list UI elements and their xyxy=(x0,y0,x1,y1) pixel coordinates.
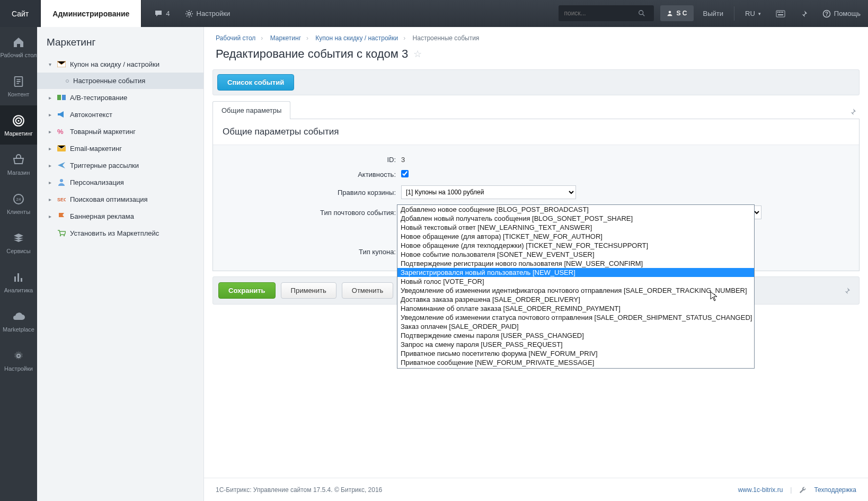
lang-label: RU xyxy=(745,10,755,17)
rail-shop[interactable]: Магазин xyxy=(0,145,37,184)
megaphone-icon xyxy=(57,110,66,119)
apply-button[interactable]: Применить xyxy=(281,282,336,299)
tree-node-ab[interactable]: ▸A/B-тестирование xyxy=(37,89,203,106)
footer-site-link[interactable]: www.1c-bitrix.ru xyxy=(738,486,783,494)
search-input[interactable] xyxy=(564,10,638,17)
user-pill[interactable]: S C xyxy=(660,5,693,21)
person-icon xyxy=(57,178,66,186)
rule-label: Правило корзины: xyxy=(218,189,401,196)
listbox-option[interactable]: Напоминание об оплате заказа [SALE_ORDER… xyxy=(397,304,754,313)
id-value: 3 xyxy=(401,156,854,164)
svg-text:%: % xyxy=(57,128,64,135)
settings-label: Настройки xyxy=(197,10,231,17)
tree-node-personal[interactable]: ▸Персонализация xyxy=(37,174,203,191)
crumb-1[interactable]: Маркетинг xyxy=(270,34,301,42)
svg-rect-4 xyxy=(777,12,778,13)
search-box[interactable] xyxy=(559,5,654,21)
search-icon[interactable] xyxy=(638,10,645,17)
help-icon: ? xyxy=(822,10,831,18)
rail-marketing[interactable]: Маркетинг xyxy=(0,105,37,145)
listbox-option[interactable]: Запрос на смену пароля [USER_PASS_REQUES… xyxy=(397,340,754,349)
svg-rect-8 xyxy=(778,14,783,15)
caret-down-icon: ▾ xyxy=(49,61,53,67)
crumb-2[interactable]: Купон на скидку / настройки xyxy=(315,34,398,42)
star-icon[interactable]: ☆ xyxy=(413,48,422,60)
tree-node-seo[interactable]: ▸SEOПоисковая оптимизация xyxy=(37,191,203,208)
listbox-option[interactable]: Добавлен новый получатель сообщения [BLO… xyxy=(397,214,754,223)
listbox-option[interactable]: Заказ оплачен [SALE_ORDER_PAID] xyxy=(397,322,754,331)
tree-node-autocontext[interactable]: ▸Автоконтекст xyxy=(37,106,203,123)
id-label: ID: xyxy=(218,156,401,164)
listbox-option[interactable]: Новое событие пользователя [SONET_NEW_EV… xyxy=(397,250,754,259)
gear-icon xyxy=(11,348,26,363)
cancel-button[interactable]: Отменить xyxy=(342,282,393,299)
tree-node-coupon[interactable]: ▾ Купон на скидку / настройки xyxy=(37,56,203,73)
save-button[interactable]: Сохранить xyxy=(218,282,276,299)
top-settings[interactable]: Настройки xyxy=(178,0,238,27)
listbox-option[interactable]: Подтверждение регистрации нового пользов… xyxy=(397,259,754,268)
tree-node-install[interactable]: ▸Установить из Маркетплейс xyxy=(37,225,203,241)
rail-marketplace[interactable]: Marketplace xyxy=(0,301,37,341)
caret-right-icon: ▸ xyxy=(49,95,53,101)
listbox-option[interactable]: Уведомление о печати чека [SALE_CHECK_PR… xyxy=(397,367,754,369)
footer-support-link[interactable]: Техподдержка xyxy=(814,486,856,494)
rail-analytics[interactable]: Аналитика xyxy=(0,262,37,301)
listbox-option[interactable]: Добавлено новое сообщение [BLOG_POST_BRO… xyxy=(397,205,754,214)
listbox-option[interactable]: Уведомление об изменении статуса почтово… xyxy=(397,313,754,322)
listbox-option[interactable]: Приватное письмо посетителю форума [NEW_… xyxy=(397,349,754,358)
rail-content[interactable]: Контент xyxy=(0,66,37,105)
listbox-option[interactable]: Новый голос [VOTE_FOR] xyxy=(397,277,754,286)
chevron-down-icon: ▾ xyxy=(758,11,761,16)
listbox-option[interactable]: Приватное сообщение [NEW_FORUM_PRIVATE_M… xyxy=(397,358,754,367)
listbox-option[interactable]: Уведомление об изменении идентификатора … xyxy=(397,286,754,295)
help-label: Помощь xyxy=(834,10,861,17)
event-type-listbox[interactable]: Добавлено новое сообщение [BLOG_POST_BRO… xyxy=(397,204,755,369)
notifications[interactable]: 4 xyxy=(147,0,177,27)
keyboard-icon[interactable] xyxy=(768,0,793,27)
logout[interactable]: Выйти xyxy=(696,0,731,27)
tab-site[interactable]: Сайт xyxy=(0,0,41,27)
pin-icon[interactable] xyxy=(846,105,860,119)
svg-rect-6 xyxy=(781,12,782,13)
basket-icon xyxy=(11,153,26,167)
notif-count: 4 xyxy=(166,10,170,17)
tree-node-product[interactable]: ▸%Товарный маркетинг xyxy=(37,123,203,140)
tree-sub-events[interactable]: Настроенные события xyxy=(37,73,203,89)
rule-select[interactable]: [1] Купоны на 1000 рублей xyxy=(401,185,576,199)
listbox-option[interactable]: Новый текстовый ответ [NEW_LEARNING_TEXT… xyxy=(397,223,754,232)
pin-icon[interactable] xyxy=(793,0,815,27)
mail-icon xyxy=(57,144,66,153)
listbox-option[interactable]: Доставка заказа разрешена [SALE_ORDER_DE… xyxy=(397,295,754,304)
footer-left: 1С-Битрикс: Управление сайтом 17.5.4. © … xyxy=(216,486,382,494)
lang-switch[interactable]: RU ▾ xyxy=(738,0,768,27)
listbox-option[interactable]: Подтверждение смены пароля [USER_PASS_CH… xyxy=(397,331,754,340)
active-checkbox[interactable] xyxy=(401,170,409,177)
rail-desktop[interactable]: Рабочий стол xyxy=(0,27,37,66)
rail-clients[interactable]: 24Клиенты xyxy=(0,184,37,223)
svg-point-14 xyxy=(17,120,19,121)
listbox-option[interactable]: Новое обращение (для автора) [TICKET_NEW… xyxy=(397,232,754,241)
tab-general[interactable]: Общие параметры xyxy=(212,101,290,119)
clock-icon: 24 xyxy=(11,192,26,207)
svg-point-23 xyxy=(60,179,63,182)
svg-point-1 xyxy=(639,11,643,15)
document-icon xyxy=(11,74,26,89)
listbox-option[interactable]: Новое обращение (для техподдержки) [TICK… xyxy=(397,241,754,250)
rail-services[interactable]: Сервисы xyxy=(0,223,37,262)
listbox-option[interactable]: Зарегистрировался новый пользователь [NE… xyxy=(397,268,754,277)
list-events-button[interactable]: Список событий xyxy=(217,74,294,91)
rail-settings[interactable]: Настройки xyxy=(0,341,37,380)
tab-admin[interactable]: Администрирование xyxy=(41,0,141,27)
help[interactable]: ? Помощь xyxy=(815,0,868,27)
send-icon xyxy=(57,161,66,169)
crumb-0[interactable]: Рабочий стол xyxy=(216,34,255,42)
seo-icon: SEO xyxy=(57,195,66,203)
pin-icon[interactable] xyxy=(840,284,854,298)
tree-node-banner[interactable]: ▸Баннерная реклама xyxy=(37,208,203,225)
coupon-type-label: Тип купона: xyxy=(218,248,401,256)
tree-node-email[interactable]: ▸Email-маркетинг xyxy=(37,140,203,157)
envelope-icon xyxy=(57,60,66,68)
cloud-icon xyxy=(11,309,26,324)
tree-node-trigger[interactable]: ▸Триггерные рассылки xyxy=(37,157,203,174)
panel-heading: Общие параметры события xyxy=(213,119,859,145)
